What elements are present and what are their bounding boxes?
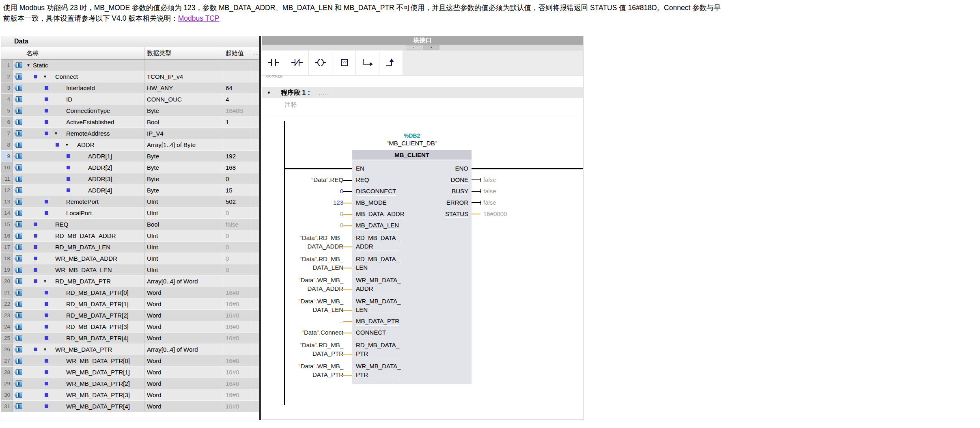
cell-datatype[interactable]: Word [144, 367, 223, 378]
cell-name[interactable]: ▼ ADDR [24, 139, 144, 150]
output-value[interactable]: false [483, 188, 496, 195]
cell-name[interactable]: ▼ RD_MB_DATA_ADDR [24, 230, 144, 241]
cell-name[interactable]: ▼ Static [24, 60, 144, 71]
network-comment[interactable]: 注释 [284, 101, 297, 109]
cell-startvalue[interactable]: 16#0 [223, 298, 253, 309]
cell-datatype[interactable]: Byte [144, 105, 223, 116]
cell-datatype[interactable]: Byte [144, 185, 223, 196]
cell-datatype[interactable]: Bool [144, 117, 223, 128]
cell-datatype[interactable] [144, 60, 223, 71]
output-pin-label[interactable]: BUSY [408, 188, 468, 195]
cell-startvalue[interactable]: 64 [223, 82, 253, 93]
cell-startvalue[interactable] [223, 71, 253, 82]
cell-startvalue[interactable]: 502 [223, 196, 253, 207]
splitter-collapse-down-button[interactable]: ▼ [423, 45, 439, 50]
cell-name[interactable]: ▼ ID [24, 94, 144, 105]
pin-label[interactable]: REQ [352, 175, 369, 184]
cell-name[interactable]: ▼ ADDR[2] [24, 162, 144, 173]
pin-operand[interactable]: "Data".WR_MB_ DATA_LEN [284, 297, 343, 314]
pin-operand[interactable]: "Data".WR_MB_ DATA_ADDR [284, 276, 343, 293]
cell-datatype[interactable]: Byte [144, 151, 223, 162]
cell-datatype[interactable]: Word [144, 333, 223, 344]
network-title-placeholder[interactable]: ..... [319, 89, 329, 96]
cell-startvalue[interactable]: 0 [223, 264, 253, 275]
cell-datatype[interactable]: Word [144, 401, 223, 412]
contact-open-icon[interactable] [262, 50, 285, 75]
pin-label[interactable]: RD_MB_DATA_ PTR [352, 341, 399, 358]
cell-datatype[interactable]: HW_ANY [144, 82, 223, 93]
expand-caret-icon[interactable]: ▼ [26, 63, 30, 67]
cell-datatype[interactable]: Bool [144, 219, 223, 230]
cell-datatype[interactable]: UInt [144, 230, 223, 241]
cell-datatype[interactable]: Array[1..4] of Byte [144, 139, 223, 150]
pin-operand[interactable]: ... [284, 317, 343, 326]
cell-name[interactable]: ▼ WR_MB_DATA_PTR[1] [24, 367, 144, 378]
cell-startvalue[interactable]: 1 [223, 117, 253, 128]
pin-operand[interactable]: 0 [284, 187, 343, 196]
pin-label[interactable]: MB_DATA_LEN [352, 221, 399, 230]
pin-label[interactable]: MB_MODE [352, 198, 387, 207]
cell-name[interactable]: ▼ RD_MB_DATA_PTR[4] [24, 333, 144, 344]
cell-datatype[interactable]: UInt [144, 264, 223, 275]
cell-name[interactable]: ▼ RD_MB_DATA_PTR[0] [24, 287, 144, 298]
cell-name[interactable]: ▼ InterfaceId [24, 82, 144, 93]
output-pin-label[interactable]: STATUS [408, 210, 468, 217]
cell-startvalue[interactable] [223, 60, 253, 71]
cell-datatype[interactable]: Byte [144, 173, 223, 184]
pin-label[interactable]: WR_MB_DATA_ PTR [352, 362, 401, 379]
cell-startvalue[interactable]: 16#0 [223, 367, 253, 378]
cell-datatype[interactable]: Word [144, 321, 223, 332]
cell-datatype[interactable]: UInt [144, 196, 223, 207]
cell-name[interactable]: ▼ LocalPort [24, 208, 144, 218]
cell-name[interactable]: ▼ RD_MB_DATA_PTR[2] [24, 310, 144, 321]
cell-datatype[interactable]: IP_V4 [144, 128, 223, 139]
cell-datatype[interactable]: UInt [144, 242, 223, 253]
expand-caret-icon[interactable]: ▼ [54, 131, 58, 136]
block-interface-bar[interactable]: 块接口 [262, 36, 583, 45]
output-pin-label[interactable]: ERROR [408, 199, 468, 206]
empty-box-icon[interactable]: ?? [332, 50, 356, 75]
cell-datatype[interactable]: Array[0..4] of Word [144, 276, 223, 287]
fbd-block-title[interactable]: MB_CLIENT [352, 150, 472, 160]
header-more[interactable]: … [253, 47, 259, 59]
contact-closed-icon[interactable] [285, 50, 309, 75]
pin-label[interactable]: WR_MB_DATA_ ADDR [352, 276, 401, 293]
pin-label[interactable]: EN [352, 164, 364, 173]
cell-name[interactable]: ▼ RemotePort [24, 196, 144, 207]
cell-startvalue[interactable]: false [223, 219, 253, 230]
output-value[interactable]: false [483, 199, 496, 206]
pin-label[interactable]: MB_DATA_PTR [352, 317, 399, 326]
cell-name[interactable]: ▼ Connect [24, 71, 144, 82]
coil-icon[interactable] [309, 50, 332, 75]
cell-datatype[interactable]: Word [144, 298, 223, 309]
header-startvalue[interactable]: 起始值 [223, 47, 253, 59]
cell-name[interactable]: ▼ RemoteAddress [24, 128, 144, 139]
network-header[interactable]: ▼ 程序段 1： ..... [262, 87, 583, 98]
header-name[interactable]: 名称 [24, 47, 144, 59]
pin-operand[interactable]: "Data".WR_MB_ DATA_PTR [284, 362, 343, 379]
cell-startvalue[interactable]: 0 [223, 253, 253, 264]
expand-caret-icon[interactable]: ▼ [43, 74, 47, 79]
cell-datatype[interactable]: Byte [144, 162, 223, 173]
splitter-collapse-up-button[interactable]: ▲ [406, 45, 422, 50]
cell-startvalue[interactable]: 16#0 [223, 389, 253, 400]
pin-operand[interactable]: 0 [284, 210, 343, 218]
cell-datatype[interactable]: Word [144, 389, 223, 400]
pin-label[interactable]: RD_MB_DATA_ ADDR [352, 233, 399, 251]
close-branch-icon[interactable] [379, 50, 403, 75]
panel-divider[interactable] [259, 36, 261, 420]
cell-datatype[interactable]: Word [144, 287, 223, 298]
pin-operand[interactable]: "Data".RD_MB_ DATA_ADDR [284, 233, 343, 251]
output-pin-label[interactable]: DONE [408, 176, 468, 183]
cell-startvalue[interactable] [223, 344, 253, 355]
header-datatype[interactable]: 数据类型 [144, 47, 223, 59]
cell-name[interactable]: ▼ RD_MB_DATA_PTR[1] [24, 298, 144, 309]
cell-startvalue[interactable]: 15 [223, 185, 253, 196]
instance-db-number[interactable]: %DB2 [352, 132, 472, 139]
pin-operand[interactable]: "Data".Connect [284, 328, 343, 337]
modbus-tcp-link[interactable]: Modbus TCP [178, 14, 220, 22]
cell-datatype[interactable]: UInt [144, 253, 223, 264]
cell-startvalue[interactable]: 16#0 [223, 333, 253, 344]
cell-datatype[interactable]: CONN_OUC [144, 94, 223, 105]
cell-startvalue[interactable]: 0 [223, 173, 253, 184]
